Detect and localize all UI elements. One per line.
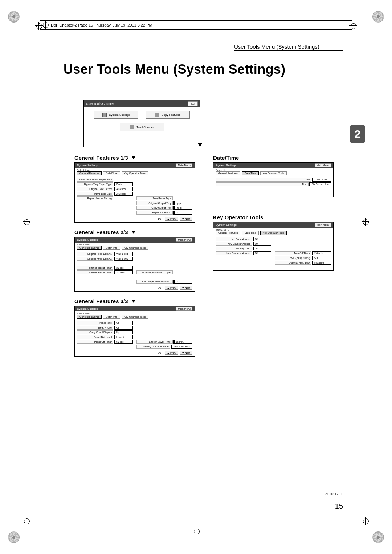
setting-row[interactable]: Original Output TrayUpper <box>136 201 192 205</box>
tab-general[interactable]: General Features <box>216 171 240 175</box>
copy-features-label: Copy Features <box>162 113 180 117</box>
setting-row[interactable]: Key Counter AccessOff <box>216 242 271 246</box>
setting-row[interactable]: Panel Off Timer60 sec. <box>77 340 133 344</box>
tab-general[interactable]: General Features <box>216 231 240 235</box>
setting-key: Ready Tone <box>77 326 113 330</box>
next-button[interactable]: ▼ Next <box>180 217 192 221</box>
gf3-grid: Panel ToneOnReady ToneOnCopy Count Displ… <box>75 319 195 351</box>
setting-row[interactable]: Set Key CardOff <box>216 247 271 250</box>
setting-key: Key Counter Access <box>216 242 252 246</box>
tab-keyop[interactable]: Key Operator Tools <box>122 315 148 319</box>
prev-button[interactable]: ▲ Prev. <box>165 217 178 221</box>
setting-key: Paper Volume Setting <box>77 196 113 200</box>
chapter-badge: 2 <box>350 125 365 143</box>
gf1-grid: Panel Auto Scroll: Paper TrayBypass Tray… <box>75 176 195 217</box>
setting-row[interactable]: Paper Volume Setting <box>77 196 133 200</box>
setting-row[interactable]: Weekly Output VolumeLess than 20km <box>136 345 192 349</box>
arrow-down-icon <box>198 143 202 147</box>
setting-row[interactable]: Energy Saver Timer15 min. <box>136 340 192 344</box>
setting-row[interactable]: Ready ToneOn <box>77 326 133 330</box>
setting-row[interactable]: Auto Off Timer240 min. <box>275 251 331 255</box>
tab-datetime[interactable]: Date/Time <box>103 246 120 250</box>
setting-row[interactable]: Original Size DetectA Series <box>77 187 133 191</box>
setting-row[interactable]: Copy Count DisplayUp <box>77 330 133 334</box>
gf3-label: General Features 3/3 <box>74 298 195 304</box>
crosshair-mark <box>362 218 369 226</box>
tab-keyop[interactable]: Key Operator Tools <box>122 171 148 175</box>
setting-key: Panel Tone <box>77 321 113 325</box>
gf1-screen: System Settings Main Menu Select item. G… <box>74 162 195 223</box>
main-menu-button[interactable]: Main Menu <box>176 163 192 167</box>
setting-row[interactable]: System Reset Timer300 sec. <box>77 270 133 274</box>
gf2-label: General Features 2/3 <box>74 229 195 235</box>
select-item-label: Select item. <box>75 168 195 171</box>
tab-datetime[interactable]: Date/Time <box>103 171 120 175</box>
tab-keyop[interactable]: Key Operator Tools <box>260 231 287 235</box>
setting-value: Level 4 <box>114 335 133 339</box>
setting-key: Bypass Tray Paper Type <box>77 182 113 186</box>
gf3-screen: System Settings Main Menu Select item. G… <box>74 306 195 357</box>
select-item-label: Select item. <box>213 228 333 231</box>
registration-disc <box>8 11 20 23</box>
main-menu-button[interactable]: Main Menu <box>315 163 331 167</box>
tab-general[interactable]: General Features <box>77 171 102 175</box>
setting-row[interactable]: Tray Paper Type <box>136 196 192 200</box>
content-frame: User Tools Menu (System Settings) User T… <box>49 44 343 510</box>
next-button[interactable]: ▼ Next <box>180 351 192 355</box>
system-settings-button[interactable]: System Settings <box>94 111 138 119</box>
page-number: 15 <box>335 502 343 510</box>
tab-datetime[interactable]: Date/Time <box>242 231 258 235</box>
setting-row[interactable]: Optional Hard DiskInstalled <box>275 261 331 265</box>
total-counter-button[interactable]: Total Counter <box>120 123 164 131</box>
main-menu-button[interactable]: Main Menu <box>176 238 192 242</box>
setting-row[interactable]: Key Operator AccessOff <box>216 251 271 255</box>
setting-row[interactable]: Paper Edge FoldOn <box>136 211 192 215</box>
tab-datetime[interactable]: Date/Time <box>242 171 258 175</box>
crosshair-mark <box>23 517 30 525</box>
setting-row[interactable]: Bypass Tray Paper TypePlain <box>77 182 133 186</box>
setting-value: Installed <box>312 261 331 265</box>
setting-row[interactable]: Panel ToneOn <box>77 321 133 325</box>
setting-key: Weekly Output Volume <box>136 345 170 349</box>
setting-value: 60 sec. <box>114 340 133 344</box>
setting-row[interactable]: Tray Paper SizeA Series <box>77 192 133 196</box>
setting-row[interactable]: Panel Dirt LevelLevel 4 <box>77 335 133 339</box>
setting-key: Date <box>216 178 311 182</box>
tab-keyop[interactable]: Key Operator Tools <box>122 246 148 250</box>
select-item-label: Select item. <box>75 243 195 246</box>
page-indicator: 1/3 <box>158 217 161 220</box>
prev-button[interactable]: ▲ Prev. <box>165 351 178 355</box>
copy-features-button[interactable]: Copy Features <box>146 111 190 119</box>
setting-row[interactable]: Auto Paper Roll SwitchingOn <box>136 280 192 284</box>
setting-row[interactable]: Panel Auto Scroll: Paper Tray <box>77 178 133 182</box>
setting-row[interactable]: Copy Output TrayFront <box>136 206 192 210</box>
setting-value: Six Sens's Hour <box>309 182 331 186</box>
running-header-text: DoI_Chapter-2 Page 15 Thursday, July 19,… <box>51 23 152 27</box>
target-icon <box>43 22 49 28</box>
setting-key: Auto Off Timer <box>275 251 311 255</box>
tab-datetime[interactable]: Date/Time <box>103 315 120 319</box>
setting-row[interactable]: Fine Magnification: Copier <box>136 270 192 274</box>
select-item-label: Select item. <box>75 311 195 315</box>
setting-row[interactable]: Function Reset Timer30 sec. <box>77 266 133 270</box>
tab-general[interactable]: General Features <box>77 315 102 319</box>
setting-row[interactable]: Date10/18/2001 <box>216 178 331 182</box>
setting-row[interactable]: AOF (Keep it On.)On <box>275 256 331 260</box>
setting-value: 30 sec. <box>114 266 133 270</box>
main-menu-button[interactable]: Main Menu <box>176 307 192 311</box>
setting-value: On <box>173 211 192 215</box>
setting-value: Off <box>253 237 271 241</box>
main-menu-button[interactable]: Main Menu <box>315 223 331 227</box>
prev-button[interactable]: ▲ Prev. <box>165 286 178 290</box>
setting-row[interactable]: TimeSix Sens's Hour <box>216 182 331 186</box>
arrow-down-icon <box>132 156 135 159</box>
setting-row[interactable]: Original Feed Delay 1Wait 1 sec. <box>77 252 133 256</box>
next-button[interactable]: ▼ Next <box>180 286 192 290</box>
setting-row[interactable]: User Code AccessOff <box>216 237 271 241</box>
setting-value: Wait 1 sec. <box>114 257 133 261</box>
setting-value: A Series <box>114 187 133 191</box>
setting-row[interactable]: Original Feed Delay 2Wait 1 sec. <box>77 257 133 261</box>
exit-button[interactable]: Exit <box>188 101 198 106</box>
tab-general[interactable]: General Features <box>77 246 102 250</box>
tab-keyop[interactable]: Key Operator Tools <box>260 171 287 175</box>
